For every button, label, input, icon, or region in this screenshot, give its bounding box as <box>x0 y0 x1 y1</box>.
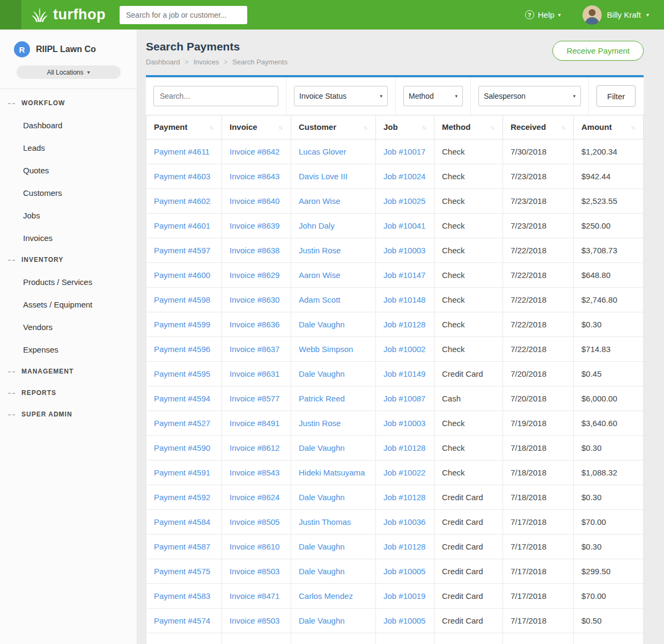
invoice-link[interactable]: Invoice #8503 <box>230 567 279 576</box>
invoice-link[interactable]: Invoice #8638 <box>230 246 279 255</box>
brand-logo[interactable]: turfhop <box>31 6 106 23</box>
column-header-method[interactable]: Method↑↓ <box>434 115 503 139</box>
invoice-link[interactable]: Invoice #8639 <box>230 221 279 230</box>
invoice-link[interactable]: Invoice #8642 <box>230 147 279 156</box>
job-link[interactable]: Job #10128 <box>383 493 425 502</box>
sort-icon[interactable]: ↑↓ <box>631 124 636 130</box>
payment-link[interactable]: Payment #4590 <box>154 443 210 452</box>
customer-link[interactable]: Dale Vaughn <box>299 616 345 625</box>
job-link[interactable]: Job #10128 <box>383 542 425 551</box>
invoice-link[interactable]: Invoice #8505 <box>230 517 279 526</box>
filter-button[interactable]: Filter <box>596 85 636 107</box>
sidebar-section-workflow[interactable]: WORKFLOW <box>0 92 137 114</box>
invoice-link[interactable]: Invoice #8503 <box>230 616 279 625</box>
payment-link[interactable]: Payment #4527 <box>154 419 210 428</box>
sort-icon[interactable]: ↑↓ <box>278 124 283 130</box>
invoice-link[interactable]: Invoice #8612 <box>230 443 279 452</box>
invoice-link[interactable]: Invoice #8624 <box>230 493 279 502</box>
invoice-link[interactable]: Invoice #8631 <box>230 369 279 378</box>
customer-link[interactable]: Justin Rose <box>299 246 341 255</box>
payment-link[interactable]: Payment #4602 <box>154 196 210 206</box>
customer-link[interactable]: Carlos Mendez <box>299 591 353 601</box>
payment-link[interactable]: Payment #4594 <box>154 394 210 403</box>
customer-link[interactable]: Dale Vaughn <box>299 443 345 452</box>
invoice-link[interactable]: Invoice #8543 <box>230 468 279 477</box>
job-link[interactable]: Job #10019 <box>383 591 425 601</box>
job-link[interactable]: Job #10002 <box>383 345 425 354</box>
receive-payment-button[interactable]: Receive Payment <box>552 41 644 61</box>
invoice-link[interactable]: Invoice #8610 <box>230 542 279 551</box>
job-link[interactable]: Job #10025 <box>383 196 425 206</box>
customer-link[interactable]: Hideki Matsuyama <box>299 468 365 477</box>
payment-link[interactable]: Payment #4575 <box>154 567 210 576</box>
invoice-link[interactable]: Invoice #8636 <box>230 320 279 329</box>
method-select[interactable]: Method ▾ <box>403 86 463 106</box>
payment-link[interactable]: Payment #4599 <box>154 320 210 329</box>
column-header-invoice[interactable]: Invoice↑↓ <box>222 115 291 139</box>
customer-link[interactable]: Aaron Wise <box>299 196 341 206</box>
location-selector[interactable]: All Locations ▾ <box>17 65 121 79</box>
invoice-link[interactable]: Invoice #8577 <box>230 394 279 403</box>
customer-link[interactable]: Webb Simpson <box>299 345 353 354</box>
invoice-link[interactable]: Invoice #8643 <box>230 172 279 181</box>
payment-link[interactable]: Payment #4592 <box>154 493 210 502</box>
job-link[interactable]: Job #10036 <box>383 517 425 526</box>
customer-link[interactable]: Dale Vaughn <box>299 369 345 378</box>
payment-link[interactable]: Payment #4584 <box>154 517 210 526</box>
column-header-amount[interactable]: Amount↑↓ <box>574 115 644 139</box>
help-menu[interactable]: ? Help ▾ <box>525 10 561 19</box>
job-link[interactable]: Job #10148 <box>383 295 425 304</box>
sidebar-item-products-services[interactable]: Products / Services <box>0 270 137 293</box>
sidebar-toggle[interactable] <box>0 0 21 30</box>
job-link[interactable]: Job #10003 <box>383 246 425 255</box>
job-link[interactable]: Job #10128 <box>383 443 425 452</box>
sidebar-section-inventory[interactable]: INVENTORY <box>0 249 137 270</box>
payment-link[interactable]: Payment #4600 <box>154 270 210 280</box>
payment-link[interactable]: Payment #4583 <box>154 591 210 601</box>
column-header-customer[interactable]: Customer↑↓ <box>291 115 376 139</box>
customer-link[interactable]: Justin Rose <box>299 419 341 428</box>
table-search-input[interactable] <box>153 86 278 106</box>
company-header[interactable]: R RIIPL Lawn Co <box>0 30 137 57</box>
user-menu[interactable]: Billy Kraft ▾ <box>582 5 649 25</box>
invoice-link[interactable]: Invoice #8637 <box>230 345 279 354</box>
customer-link[interactable]: John Daly <box>299 221 335 230</box>
job-link[interactable]: Job #10005 <box>383 567 425 576</box>
invoice-link[interactable]: Invoice #8471 <box>230 591 279 601</box>
invoice-link[interactable]: Invoice #8630 <box>230 295 279 304</box>
sort-icon[interactable]: ↑↓ <box>209 124 214 130</box>
payment-link[interactable]: Payment #4574 <box>154 616 210 625</box>
invoice-link[interactable]: Invoice #8640 <box>230 196 279 206</box>
customer-link[interactable]: Aaron Wise <box>299 270 341 280</box>
column-header-payment[interactable]: Payment↑↓ <box>146 115 222 139</box>
customer-link[interactable]: Dale Vaughn <box>299 567 345 576</box>
sort-icon[interactable]: ↑↓ <box>561 124 566 130</box>
sidebar-item-jobs[interactable]: Jobs <box>0 204 137 226</box>
sidebar-item-quotes[interactable]: Quotes <box>0 159 137 181</box>
payment-link[interactable]: Payment #4587 <box>154 542 210 551</box>
customer-link[interactable]: Patrick Reed <box>299 394 345 403</box>
payment-link[interactable]: Payment #4601 <box>154 221 210 230</box>
sidebar-section-management[interactable]: MANAGEMENT <box>0 361 137 382</box>
payment-link[interactable]: Payment #4611 <box>154 147 210 156</box>
sidebar-item-invoices[interactable]: Invoices <box>0 226 137 249</box>
job-link[interactable]: Job #10147 <box>383 270 425 280</box>
sidebar-section-super-admin[interactable]: SUPER ADMIN <box>0 404 137 425</box>
job-link[interactable]: Job #10003 <box>383 419 425 428</box>
payment-link[interactable]: Payment #4595 <box>154 369 210 378</box>
job-link[interactable]: Job #10149 <box>383 369 425 378</box>
breadcrumb-item-dashboard[interactable]: Dashboard <box>146 58 180 66</box>
column-header-received[interactable]: Received↑↓ <box>503 115 574 139</box>
breadcrumb-item-invoices[interactable]: Invoices <box>194 58 219 66</box>
column-header-job[interactable]: Job↑↓ <box>376 115 434 139</box>
sort-icon[interactable]: ↑↓ <box>422 124 426 130</box>
sidebar-item-assets-equipment[interactable]: Assets / Equipment <box>0 293 137 316</box>
invoice-link[interactable]: Invoice #8629 <box>230 270 279 280</box>
salesperson-select[interactable]: Salesperson ▾ <box>478 86 581 106</box>
sidebar-section-reports[interactable]: REPORTS <box>0 382 137 404</box>
job-link[interactable]: Job #10128 <box>383 320 425 329</box>
customer-link[interactable]: Dale Vaughn <box>299 493 345 502</box>
job-link[interactable]: Job #10017 <box>383 147 425 156</box>
job-link[interactable]: Job #10041 <box>383 221 425 230</box>
customer-link[interactable]: Lucas Glover <box>299 147 346 156</box>
